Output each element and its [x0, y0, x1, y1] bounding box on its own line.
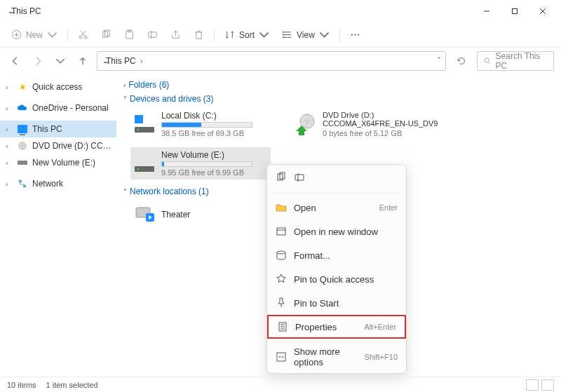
network-item-theater[interactable]: Theater — [130, 201, 271, 229]
separator — [273, 192, 400, 193]
cut-button[interactable] — [72, 27, 94, 43]
svg-point-26 — [351, 34, 353, 35]
sort-label: Sort — [239, 30, 255, 40]
chevron-down-icon — [47, 29, 58, 40]
paste-button[interactable] — [119, 27, 140, 43]
search-input[interactable]: Search This PC — [477, 51, 554, 71]
svg-point-27 — [354, 34, 356, 35]
details-view-toggle[interactable] — [526, 379, 539, 391]
up-button[interactable] — [74, 53, 91, 69]
ctx-pin-quick-access[interactable]: Pin to Quick access — [267, 267, 406, 291]
properties-icon — [277, 321, 288, 332]
media-device-icon — [133, 203, 156, 226]
sort-button[interactable]: Sort — [219, 27, 275, 43]
ctx-format[interactable]: Format... — [267, 243, 406, 267]
drive-dvd-d[interactable]: DVD Drive (D:) CCCOMA_X64FRE_EN-US_DV9 0… — [292, 108, 453, 140]
chevron-down-icon[interactable]: ˅ — [437, 56, 441, 66]
usage-bar — [161, 161, 252, 167]
svg-point-43 — [137, 168, 140, 170]
sidebar-item-dvd-drive[interactable]: › DVD Drive (D:) CCCOMA_X64FR — [0, 137, 116, 154]
svg-point-29 — [485, 58, 489, 62]
refresh-button[interactable] — [452, 51, 471, 71]
copy-button[interactable] — [95, 27, 117, 43]
svg-rect-37 — [135, 115, 143, 123]
cloud-icon — [17, 102, 28, 114]
chevron-right-icon: › — [6, 159, 13, 167]
network-item-name: Theater — [161, 210, 268, 219]
copy-icon[interactable] — [276, 172, 287, 185]
chevron-down-icon: ˅ — [123, 188, 127, 196]
delete-button[interactable] — [188, 27, 210, 43]
drive-local-disk-c[interactable]: Local Disk (C:) 38.5 GB free of 69.3 GB — [130, 108, 271, 140]
address-bar[interactable]: This PC › ˅ — [97, 51, 446, 71]
thumbnails-view-toggle[interactable] — [541, 379, 554, 391]
drive-icon — [133, 113, 156, 135]
forward-button[interactable] — [29, 53, 46, 69]
svg-point-39 — [137, 129, 140, 131]
sidebar-item-onedrive[interactable]: › OneDrive - Personal — [0, 100, 116, 116]
more-options-icon — [276, 351, 287, 363]
sidebar-item-new-volume[interactable]: › New Volume (E:) — [0, 154, 116, 171]
nav-bar: This PC › ˅ Search This PC — [0, 48, 561, 74]
section-folders[interactable]: › Folders (6) — [123, 80, 554, 90]
address-label: This PC — [106, 56, 136, 66]
pin-icon — [276, 297, 287, 309]
network-icon — [17, 178, 28, 189]
svg-point-53 — [277, 251, 285, 254]
more-button[interactable] — [344, 27, 366, 43]
svg-point-41 — [306, 120, 309, 123]
svg-point-60 — [282, 356, 283, 358]
thispc-icon — [17, 123, 28, 135]
ctx-show-more[interactable]: Show more options Shift+F10 — [267, 345, 406, 369]
chevron-down-icon — [259, 29, 269, 40]
ctx-pin-start[interactable]: Pin to Start — [267, 291, 406, 315]
star-outline-icon — [276, 273, 287, 285]
view-label: View — [297, 30, 315, 40]
svg-rect-49 — [295, 175, 304, 180]
new-label: New — [26, 30, 43, 40]
chevron-right-icon: › — [140, 56, 143, 66]
svg-line-10 — [81, 31, 86, 36]
status-item-count: 10 items — [7, 381, 36, 389]
chevron-right-icon: › — [6, 104, 13, 112]
ctx-open[interactable]: Open Enter — [267, 196, 406, 219]
sidebar-item-quick-access[interactable]: › ★ Quick access — [0, 79, 116, 95]
drive-name: DVD Drive (D:) CCCOMA_X64FRE_EN-US_DV9 — [323, 111, 450, 128]
rename-button[interactable] — [142, 27, 163, 43]
section-drives[interactable]: ˅ Devices and drives (3) — [123, 94, 554, 104]
sidebar: › ★ Quick access › OneDrive - Personal ›… — [0, 74, 116, 377]
search-placeholder: Search This PC — [496, 51, 548, 71]
separator — [273, 342, 400, 342]
chevron-right-icon: › — [6, 83, 13, 91]
back-button[interactable] — [7, 53, 24, 69]
sidebar-item-network[interactable]: › Network — [0, 175, 116, 192]
drive-name: Local Disk (C:) — [161, 111, 268, 121]
share-button[interactable] — [165, 27, 187, 43]
sidebar-item-this-pc[interactable]: › This PC — [0, 121, 116, 137]
maximize-button[interactable] — [501, 0, 529, 22]
toolbar: New Sort View — [0, 22, 561, 48]
new-button[interactable]: New — [6, 27, 63, 43]
drive-new-volume-e[interactable]: New Volume (E:) 9.95 GB free of 9.99 GB — [130, 147, 271, 180]
divider — [214, 29, 215, 41]
status-selected-count: 1 item selected — [46, 381, 98, 389]
drive-status: 9.95 GB free of 9.99 GB — [161, 168, 268, 177]
svg-point-7 — [79, 36, 82, 39]
rename-icon[interactable] — [294, 172, 305, 185]
svg-point-8 — [84, 36, 87, 39]
ctx-properties[interactable]: Properties Alt+Enter — [267, 315, 406, 339]
ctx-open-new-window[interactable]: Open in new window — [267, 219, 406, 243]
svg-point-32 — [22, 145, 24, 147]
minimize-button[interactable] — [473, 0, 501, 22]
svg-point-23 — [283, 32, 284, 33]
drive-status: 0 bytes free of 5.12 GB — [323, 129, 450, 137]
svg-point-34 — [19, 162, 20, 163]
format-icon — [276, 250, 287, 261]
new-window-icon — [276, 226, 287, 237]
drive-name: New Volume (E:) — [161, 150, 268, 160]
view-button[interactable]: View — [276, 27, 335, 43]
svg-rect-1 — [513, 9, 518, 14]
recent-button[interactable] — [52, 53, 69, 69]
search-icon — [483, 57, 492, 65]
close-button[interactable] — [529, 0, 557, 22]
